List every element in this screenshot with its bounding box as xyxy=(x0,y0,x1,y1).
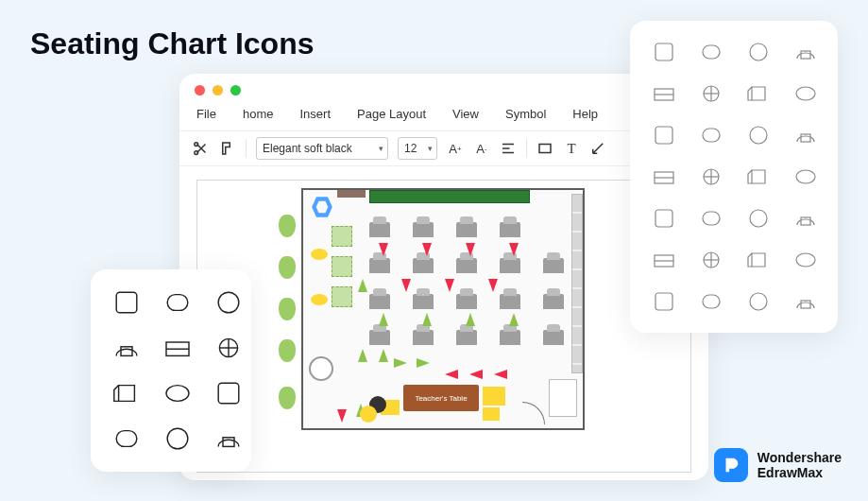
svg-rect-34 xyxy=(703,295,720,308)
round-table-icon[interactable] xyxy=(647,204,681,233)
shape-rect-icon[interactable] xyxy=(536,140,553,157)
minimize-icon[interactable] xyxy=(213,85,223,95)
student-desk xyxy=(369,222,390,237)
svg-rect-37 xyxy=(116,292,137,313)
svg-point-25 xyxy=(750,210,767,227)
student-desk xyxy=(543,330,564,345)
square-seat xyxy=(332,256,352,277)
decrease-font-icon[interactable]: A- xyxy=(473,140,490,157)
svg-point-15 xyxy=(750,127,767,144)
tree-icon xyxy=(279,339,296,362)
svg-point-46 xyxy=(166,386,189,402)
svg-rect-26 xyxy=(801,217,810,225)
menu-insert[interactable]: Insert xyxy=(299,107,331,121)
sofa-icon[interactable] xyxy=(108,286,145,319)
arrow-up-icon xyxy=(358,349,367,362)
rect-icon[interactable] xyxy=(694,246,728,274)
menu-file[interactable]: File xyxy=(196,107,216,121)
table-icon[interactable] xyxy=(108,423,145,455)
armchair-icon[interactable] xyxy=(647,79,681,108)
panel-icon[interactable] xyxy=(741,121,775,149)
student-desk xyxy=(543,294,564,309)
cup-icon[interactable] xyxy=(647,287,681,316)
pot-icon[interactable] xyxy=(741,79,775,108)
fan-icon[interactable] xyxy=(741,204,775,233)
arrow-down-icon xyxy=(422,243,432,256)
svg-rect-23 xyxy=(655,210,672,227)
svg-point-39 xyxy=(218,292,239,313)
font-select[interactable]: Elegant soft black xyxy=(256,137,388,160)
chair-open-icon[interactable] xyxy=(789,38,823,66)
oval-seat xyxy=(311,249,328,260)
wheel-icon[interactable] xyxy=(694,204,728,233)
screen-icon[interactable] xyxy=(694,121,728,149)
spiral-seat-icon[interactable] xyxy=(210,332,247,364)
bench-icon[interactable] xyxy=(647,246,681,274)
chair-square-icon[interactable] xyxy=(694,38,728,66)
cut-icon[interactable] xyxy=(193,140,210,157)
brand-logo-icon xyxy=(714,448,748,482)
l-sofa-icon[interactable] xyxy=(210,377,247,409)
svg-rect-3 xyxy=(655,43,672,60)
rounded-icon[interactable] xyxy=(741,246,775,274)
circle-seat-icon[interactable] xyxy=(210,286,247,319)
loveseat-icon[interactable] xyxy=(108,332,145,364)
flower-icon[interactable] xyxy=(789,287,823,316)
increase-font-icon[interactable]: A+ xyxy=(447,140,464,157)
maximize-icon[interactable] xyxy=(230,85,241,95)
canvas[interactable]: Teacher's Table xyxy=(196,180,691,473)
svg-point-0 xyxy=(195,151,198,155)
align-icon[interactable] xyxy=(500,140,517,157)
arrow-left-icon xyxy=(469,370,483,379)
close-icon[interactable] xyxy=(195,85,205,95)
pendants-icon[interactable] xyxy=(741,163,775,191)
menu-page-layout[interactable]: Page Layout xyxy=(357,107,426,121)
side-table-icon[interactable] xyxy=(210,423,247,455)
svg-rect-47 xyxy=(218,383,239,404)
teacher-table-label: Teacher's Table xyxy=(415,394,467,403)
arrow-down-icon xyxy=(488,279,498,292)
separator xyxy=(246,139,247,158)
armchair-2-icon[interactable] xyxy=(694,79,728,108)
menu-bar: File home Insert Page Layout View Symbol… xyxy=(179,101,708,130)
stool-yellow xyxy=(360,406,377,423)
format-painter-icon[interactable] xyxy=(219,140,236,157)
knob-icon[interactable] xyxy=(789,204,823,233)
chair-round-top-icon[interactable] xyxy=(741,38,775,66)
svg-rect-6 xyxy=(801,51,810,59)
square-icon[interactable] xyxy=(789,246,823,274)
menu-help[interactable]: Help xyxy=(572,107,598,121)
triangle-hang-icon[interactable] xyxy=(694,163,728,191)
frame-icon[interactable] xyxy=(789,121,823,149)
menu-view[interactable]: View xyxy=(452,107,479,121)
text-tool-icon[interactable]: T xyxy=(563,140,580,157)
arch-icon[interactable] xyxy=(647,121,681,149)
student-desk xyxy=(456,258,477,273)
box-icon[interactable] xyxy=(789,79,823,108)
double-table-icon[interactable] xyxy=(159,423,196,455)
svg-rect-16 xyxy=(801,134,810,142)
arrow-up-icon xyxy=(379,349,388,362)
arrow-down-icon xyxy=(337,409,347,423)
arc-sofa-icon[interactable] xyxy=(108,377,145,409)
arrow-up-icon xyxy=(358,279,367,292)
group-icon[interactable] xyxy=(741,287,775,316)
student-desk xyxy=(369,330,390,345)
arrow-down-icon xyxy=(445,279,454,292)
bookshelf xyxy=(571,194,583,373)
round-chair xyxy=(309,356,333,381)
dice-icon[interactable] xyxy=(647,38,681,66)
app-window: File home Insert Page Layout View Symbol… xyxy=(179,74,708,480)
brand-text: Wondershare EdrawMax xyxy=(757,450,842,480)
connector-icon[interactable] xyxy=(589,140,606,157)
lamp-icon[interactable] xyxy=(647,163,681,191)
menu-symbol[interactable]: Symbol xyxy=(505,107,546,121)
menu-home[interactable]: home xyxy=(243,107,274,121)
font-size-select[interactable]: 12 xyxy=(398,137,437,160)
svg-rect-24 xyxy=(703,212,720,225)
armchair-top-icon[interactable] xyxy=(159,286,196,319)
paper-icon[interactable] xyxy=(694,287,728,316)
small-seat-icon[interactable] xyxy=(159,377,196,409)
dual-pendant-icon[interactable] xyxy=(789,163,823,191)
chair-back-icon[interactable] xyxy=(159,332,196,364)
